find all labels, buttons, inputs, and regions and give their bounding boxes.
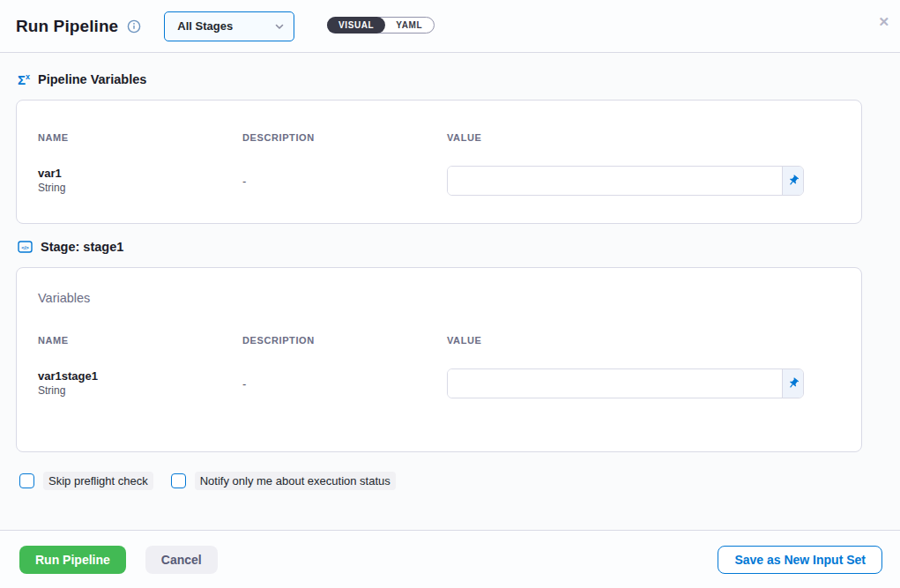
modal-header: Run Pipeline All Stages VISUAL YAML ✕ [0, 0, 900, 53]
cancel-button[interactable]: Cancel [145, 546, 218, 574]
notify-me-checkbox[interactable] [171, 473, 186, 488]
stage-variables-card: Variables NAME DESCRIPTION VALUE var1sta… [16, 267, 862, 452]
variable-type: String [38, 181, 242, 196]
column-header-value: VALUE [447, 335, 840, 346]
pipeline-variables-table: NAME DESCRIPTION VALUE var1 String - [38, 132, 840, 196]
column-header-description: DESCRIPTION [242, 335, 447, 346]
stage-card-title: Variables [38, 291, 840, 305]
notify-me-label: Notify only me about execution status [195, 472, 396, 490]
skip-preflight-checkbox[interactable] [19, 473, 34, 488]
pipeline-variables-title: Pipeline Variables [38, 72, 146, 86]
stage-section-header: </> Stage: stage1 [16, 240, 900, 254]
variable-name-cell: var1 String [38, 166, 242, 196]
visual-yaml-toggle: VISUAL YAML [327, 17, 435, 33]
table-row: var1 String - [38, 166, 840, 196]
pin-icon[interactable] [782, 167, 803, 195]
stage-select-value: All Stages [177, 19, 233, 33]
stage-select-dropdown[interactable]: All Stages [164, 11, 294, 41]
variable-name: var1 [38, 166, 242, 181]
skip-preflight-label: Skip preflight check [43, 472, 153, 490]
toggle-yaml[interactable]: YAML [384, 18, 434, 33]
column-header-value: VALUE [447, 132, 840, 143]
pin-icon[interactable] [782, 369, 803, 398]
variable-description: - [242, 175, 447, 188]
modal-footer: Run Pipeline Cancel Save as New Input Se… [0, 530, 900, 588]
execution-options: Skip preflight check Notify only me abou… [19, 472, 900, 490]
modal-body: Σx Pipeline Variables NAME DESCRIPTION V… [0, 53, 900, 490]
stage-section-title: Stage: stage1 [41, 240, 123, 254]
variable-name-cell: var1stage1 String [38, 368, 242, 398]
variable-value-group [447, 368, 804, 398]
pipeline-variables-card: NAME DESCRIPTION VALUE var1 String - [16, 100, 862, 224]
stage-variables-table: NAME DESCRIPTION VALUE var1stage1 String… [38, 335, 840, 398]
run-pipeline-button[interactable]: Run Pipeline [19, 546, 126, 574]
variable-description: - [242, 377, 447, 391]
close-icon[interactable]: ✕ [878, 14, 889, 30]
chevron-down-icon [274, 21, 285, 32]
notify-me-option[interactable]: Notify only me about execution status [171, 472, 396, 490]
variable-name: var1stage1 [38, 368, 242, 383]
column-header-description: DESCRIPTION [242, 132, 447, 143]
variable-value-input[interactable] [448, 167, 782, 195]
pipeline-variables-section-header: Σx Pipeline Variables [16, 72, 900, 86]
column-header-name: NAME [38, 335, 242, 346]
skip-preflight-option[interactable]: Skip preflight check [19, 472, 153, 490]
table-row: var1stage1 String - [38, 368, 840, 398]
table-header-row: NAME DESCRIPTION VALUE [38, 132, 840, 143]
sigma-variables-icon: Σx [18, 73, 30, 86]
variable-type: String [38, 383, 242, 398]
page-title: Run Pipeline [16, 17, 118, 36]
column-header-name: NAME [38, 132, 242, 143]
variable-value-group [447, 166, 804, 196]
stage-icon: </> [18, 240, 33, 254]
save-as-new-input-set-button[interactable]: Save as New Input Set [718, 546, 882, 574]
svg-text:</>: </> [21, 245, 29, 250]
variable-value-input[interactable] [448, 369, 782, 398]
table-header-row: NAME DESCRIPTION VALUE [38, 335, 840, 346]
toggle-visual[interactable]: VISUAL [327, 17, 385, 33]
info-icon[interactable] [127, 19, 141, 33]
